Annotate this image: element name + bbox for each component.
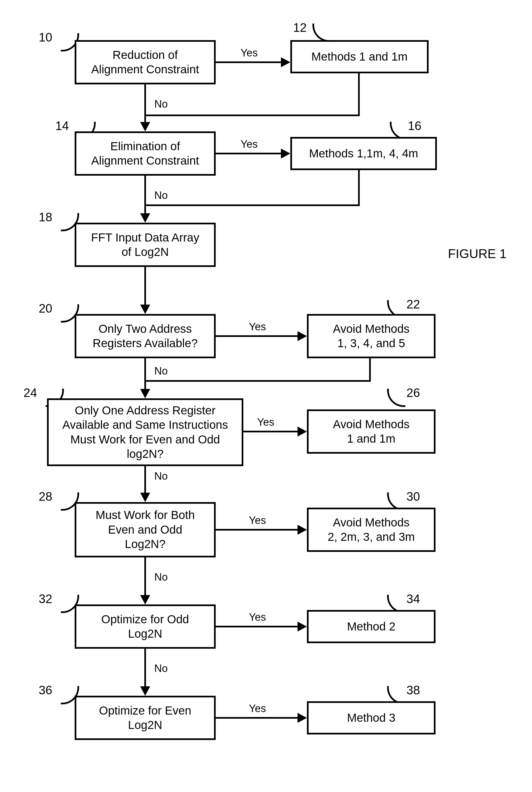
node-36-number: 36	[39, 683, 52, 697]
edge-24-28-label: No	[154, 470, 168, 482]
node-22-number: 22	[406, 297, 420, 311]
node-18-box: FFT Input Data Arrayof Log2N	[75, 223, 216, 267]
edge-32-34-label: Yes	[249, 611, 266, 623]
edge-20-24-line	[144, 358, 146, 390]
edge-28-30-arrow	[298, 525, 307, 535]
node-10-text: Reduction ofAlignment Constraint	[91, 48, 199, 77]
node-10-number: 10	[39, 31, 52, 44]
edge-16-18-v	[358, 170, 360, 206]
node-20-text: Only Two AddressRegisters Available?	[93, 322, 198, 351]
node-36-text: Optimize for EvenLog2N	[99, 703, 191, 733]
node-34-text: Method 2	[347, 620, 395, 634]
node-28-number: 28	[39, 490, 52, 503]
node-16-text: Methods 1,1m, 4, 4m	[309, 146, 418, 161]
node-28-box: Must Work for BothEven and OddLog2N?	[75, 502, 216, 557]
node-24-box: Only One Address RegisterAvailable and S…	[47, 398, 243, 466]
node-32-number: 32	[39, 592, 52, 606]
edge-28-32-label: No	[154, 571, 168, 583]
edge-32-36-line	[144, 649, 146, 687]
node-38-text: Method 3	[347, 711, 395, 725]
node-20-box: Only Two AddressRegisters Available?	[75, 314, 216, 358]
node-34-box: Method 2	[307, 610, 436, 643]
node-10-box: Reduction ofAlignment Constraint	[75, 40, 216, 85]
edge-24-26-label: Yes	[257, 416, 274, 428]
edge-14-18-line	[144, 176, 146, 215]
node-12-box: Methods 1 and 1m	[290, 40, 429, 73]
node-12-number: 12	[293, 21, 307, 35]
edge-22-24-h	[146, 380, 371, 382]
edge-12-14-v	[358, 73, 360, 116]
edge-24-26-arrow	[298, 427, 307, 437]
node-14-number: 14	[55, 119, 69, 133]
edge-22-24-v	[369, 358, 371, 382]
node-16-number: 16	[408, 119, 421, 133]
edge-28-32-line	[144, 557, 146, 596]
edge-28-30-line	[216, 529, 299, 531]
edge-24-28-arrow	[140, 493, 150, 502]
node-30-number: 30	[406, 490, 420, 503]
edge-10-14-label: No	[154, 98, 168, 110]
node-26-number: 26	[406, 386, 420, 400]
node-14-text: Elimination ofAlignment Constraint	[91, 139, 199, 168]
node-30-box: Avoid Methods2, 2m, 3, and 3m	[307, 508, 436, 552]
edge-18-20-line	[144, 267, 146, 306]
edge-24-26-line	[243, 431, 299, 432]
node-16-box: Methods 1,1m, 4, 4m	[290, 137, 437, 170]
node-22-text: Avoid Methods1, 3, 4, and 5	[333, 322, 410, 351]
edge-32-34-arrow	[298, 622, 307, 631]
edge-20-22-arrow	[298, 331, 307, 341]
edge-36-38-line	[216, 717, 299, 719]
edge-32-36-label: No	[154, 663, 168, 675]
edge-10-12-label: Yes	[241, 47, 258, 59]
edge-14-16-label: Yes	[241, 138, 258, 150]
node-24-number: 24	[23, 386, 37, 400]
node-20-number: 20	[39, 301, 52, 315]
edge-20-24-arrow	[140, 389, 150, 398]
flowchart-canvas: FIGURE 1 10 Reduction ofAlignment Constr…	[0, 0, 532, 792]
node-38-number: 38	[406, 683, 420, 697]
figure-label: FIGURE 1	[448, 246, 507, 261]
node-32-box: Optimize for OddLog2N	[75, 605, 216, 649]
edge-10-12-arrow	[281, 57, 290, 67]
edge-20-24-label: No	[154, 365, 168, 377]
edge-20-22-label: Yes	[249, 321, 266, 333]
edge-10-14-arrow	[140, 122, 150, 131]
node-38-box: Method 3	[307, 701, 436, 735]
edge-14-16-arrow	[281, 149, 290, 159]
edge-16-18-h	[146, 204, 360, 206]
edge-10-12-line	[216, 61, 282, 63]
edge-28-30-label: Yes	[249, 515, 266, 527]
node-28-text: Must Work for BothEven and OddLog2N?	[96, 508, 195, 552]
edge-24-28-line	[144, 466, 146, 494]
node-12-tick	[312, 23, 331, 42]
edge-14-18-label: No	[154, 189, 168, 201]
edge-14-18-arrow	[140, 213, 150, 223]
node-18-text: FFT Input Data Arrayof Log2N	[91, 231, 199, 259]
node-34-number: 34	[406, 592, 420, 606]
node-32-text: Optimize for OddLog2N	[101, 612, 189, 641]
node-26-text: Avoid Methods1 and 1m	[333, 417, 410, 446]
node-30-text: Avoid Methods2, 2m, 3, and 3m	[328, 515, 415, 545]
edge-28-32-arrow	[140, 595, 150, 605]
node-14-box: Elimination ofAlignment Constraint	[75, 131, 216, 176]
edge-36-38-label: Yes	[249, 703, 266, 715]
edge-14-16-line	[216, 153, 282, 154]
node-12-text: Methods 1 and 1m	[311, 50, 407, 64]
edge-20-22-line	[216, 335, 299, 337]
edge-12-14-h	[146, 114, 360, 116]
edge-32-34-line	[216, 626, 299, 627]
edge-10-14-line	[144, 85, 146, 123]
node-26-box: Avoid Methods1 and 1m	[307, 409, 436, 454]
node-22-box: Avoid Methods1, 3, 4, and 5	[307, 314, 436, 358]
edge-36-38-arrow	[298, 713, 307, 723]
node-18-number: 18	[39, 210, 52, 224]
node-26-tick	[387, 389, 405, 407]
edge-32-36-arrow	[140, 686, 150, 696]
edge-18-20-arrow	[140, 305, 150, 314]
node-24-text: Only One Address RegisterAvailable and S…	[62, 403, 228, 461]
node-36-box: Optimize for EvenLog2N	[75, 696, 216, 740]
